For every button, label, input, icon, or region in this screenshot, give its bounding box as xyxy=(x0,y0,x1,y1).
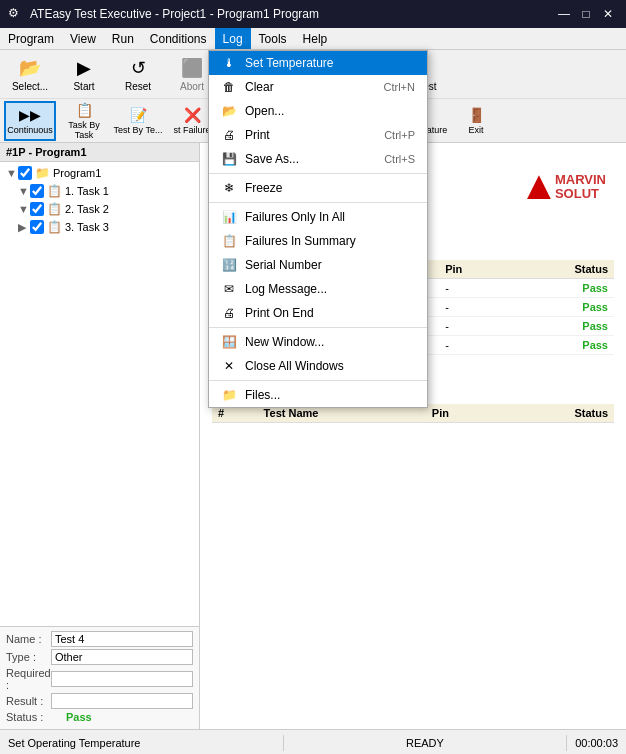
tree-area: ▼ 📁 Program1 ▼ 📋 1. Task 1 ▼ 📋 2. Task 2… xyxy=(0,162,199,626)
task2-checkbox[interactable] xyxy=(30,202,44,216)
menu-log[interactable]: Log xyxy=(215,28,251,49)
program1-checkbox[interactable] xyxy=(18,166,32,180)
menu-help[interactable]: Help xyxy=(295,28,336,49)
test-by-test-button[interactable]: 📝 Test By Te... xyxy=(112,101,164,141)
menu-failures-summary[interactable]: 📋 Failures In Summary xyxy=(209,229,427,253)
menu-new-window[interactable]: 🪟 New Window... xyxy=(209,330,427,354)
freeze-label: Freeze xyxy=(245,181,282,195)
menu-files[interactable]: 📁 Files... xyxy=(209,383,427,407)
status-left: Set Operating Temperature xyxy=(8,737,275,749)
close-all-icon: ✕ xyxy=(221,359,237,373)
menu-bar: Program View Run Conditions Log Tools He… xyxy=(0,28,626,50)
tree-task2[interactable]: ▼ 📋 2. Task 2 xyxy=(2,200,197,218)
start-label: Start xyxy=(73,81,94,92)
status-bar: Set Operating Temperature READY 00:00:03 xyxy=(0,729,626,754)
print-on-end-label: Print On End xyxy=(245,306,314,320)
name-input[interactable] xyxy=(51,631,193,647)
task-by-task-label: Task By Task xyxy=(59,120,109,140)
expand-icon-2: ▼ xyxy=(18,203,30,215)
status-center: READY xyxy=(292,737,559,749)
menu-clear[interactable]: 🗑 Clear Ctrl+N xyxy=(209,75,427,99)
print-label: Print xyxy=(245,128,270,142)
menu-tools[interactable]: Tools xyxy=(251,28,295,49)
abort-icon: ⬛ xyxy=(181,57,203,79)
maximize-button[interactable]: □ xyxy=(576,4,596,24)
select-button[interactable]: 📂 Select... xyxy=(4,52,56,96)
separator-d xyxy=(209,380,427,381)
exit-button[interactable]: 🚪 Exit xyxy=(450,101,502,141)
menu-open[interactable]: 📂 Open... xyxy=(209,99,427,123)
cell-status: Pass xyxy=(507,298,614,317)
menu-save-as[interactable]: 💾 Save As... Ctrl+S xyxy=(209,147,427,171)
marvin-logo: MARVIN SOLUT xyxy=(527,173,606,202)
task1-checkbox[interactable] xyxy=(30,184,44,198)
task1-icon: 📋 xyxy=(47,184,62,198)
freeze-icon: ❄ xyxy=(221,181,237,195)
result-input[interactable] xyxy=(51,693,193,709)
menu-print[interactable]: 🖨 Print Ctrl+P xyxy=(209,123,427,147)
continuous-icon: ▶▶ xyxy=(19,107,41,123)
set-temp-label: Set Temperature xyxy=(245,56,334,70)
open-icon: 📂 xyxy=(221,104,237,118)
save-as-icon: 💾 xyxy=(221,152,237,166)
col-pin-1: Pin xyxy=(439,260,507,279)
st-failure-label: st Failure xyxy=(173,125,210,135)
menu-view[interactable]: View xyxy=(62,28,104,49)
prop-status: Status : Pass xyxy=(6,711,193,723)
menu-serial-number[interactable]: 🔢 Serial Number xyxy=(209,253,427,277)
properties-area: Name : Type : Required : Result : Status… xyxy=(0,626,199,729)
exit-label: Exit xyxy=(468,125,483,135)
continuous-label: Continuous xyxy=(7,125,53,135)
logo-line1: MARVIN xyxy=(555,173,606,187)
select-label: Select... xyxy=(12,81,48,92)
menu-log-message[interactable]: ✉ Log Message... xyxy=(209,277,427,301)
log-message-label: Log Message... xyxy=(245,282,327,296)
menu-set-temperature[interactable]: 🌡 Set Temperature xyxy=(209,51,427,75)
expand-icon-3: ▶ xyxy=(18,221,30,234)
task-by-task-button[interactable]: 📋 Task By Task xyxy=(58,101,110,141)
failures-summary-icon: 📋 xyxy=(221,234,237,248)
required-input[interactable] xyxy=(51,671,193,687)
minimize-button[interactable]: — xyxy=(554,4,574,24)
menu-print-on-end[interactable]: 🖨 Print On End xyxy=(209,301,427,325)
status-value: Pass xyxy=(66,711,92,723)
log-message-icon: ✉ xyxy=(221,282,237,296)
status-sep1 xyxy=(283,735,284,751)
type-input[interactable] xyxy=(51,649,193,665)
tree-task1[interactable]: ▼ 📋 1. Task 1 xyxy=(2,182,197,200)
continuous-button[interactable]: ▶▶ Continuous xyxy=(4,101,56,141)
new-window-label: New Window... xyxy=(245,335,324,349)
type-label: Type : xyxy=(6,651,51,663)
logo-line2: SOLUT xyxy=(555,187,606,201)
col-status-1: Status xyxy=(507,260,614,279)
task2-label: 2. Task 2 xyxy=(65,203,109,215)
print-on-end-icon: 🖨 xyxy=(221,306,237,320)
task-by-task-icon: 📋 xyxy=(76,102,93,118)
select-icon: 📂 xyxy=(19,57,41,79)
log-dropdown-menu: 🌡 Set Temperature 🗑 Clear Ctrl+N 📂 Open.… xyxy=(208,50,428,408)
expand-icon: ▼ xyxy=(6,167,18,179)
status-sep2 xyxy=(566,735,567,751)
task1-label: 1. Task 1 xyxy=(65,185,109,197)
menu-run[interactable]: Run xyxy=(104,28,142,49)
menu-conditions[interactable]: Conditions xyxy=(142,28,215,49)
failures-summary-label: Failures In Summary xyxy=(245,234,356,248)
panel-header: #1P - Program1 xyxy=(0,143,199,162)
print-shortcut: Ctrl+P xyxy=(384,129,415,141)
menu-close-all[interactable]: ✕ Close All Windows xyxy=(209,354,427,378)
start-button[interactable]: ▶ Start xyxy=(58,52,110,96)
tree-task3[interactable]: ▶ 📋 3. Task 3 xyxy=(2,218,197,236)
failures-only-icon: 📊 xyxy=(221,210,237,224)
col-pin-2: Pin xyxy=(426,404,499,423)
print-icon: 🖨 xyxy=(221,128,237,142)
separator-b xyxy=(209,202,427,203)
close-button[interactable]: ✕ xyxy=(598,4,618,24)
separator-a xyxy=(209,173,427,174)
task3-checkbox[interactable] xyxy=(30,220,44,234)
menu-program[interactable]: Program xyxy=(0,28,62,49)
col-status-2: Status xyxy=(499,404,614,423)
reset-button[interactable]: ↺ Reset xyxy=(112,52,164,96)
tree-program1[interactable]: ▼ 📁 Program1 xyxy=(2,164,197,182)
menu-freeze[interactable]: ❄ Freeze xyxy=(209,176,427,200)
menu-failures-only[interactable]: 📊 Failures Only In All xyxy=(209,205,427,229)
